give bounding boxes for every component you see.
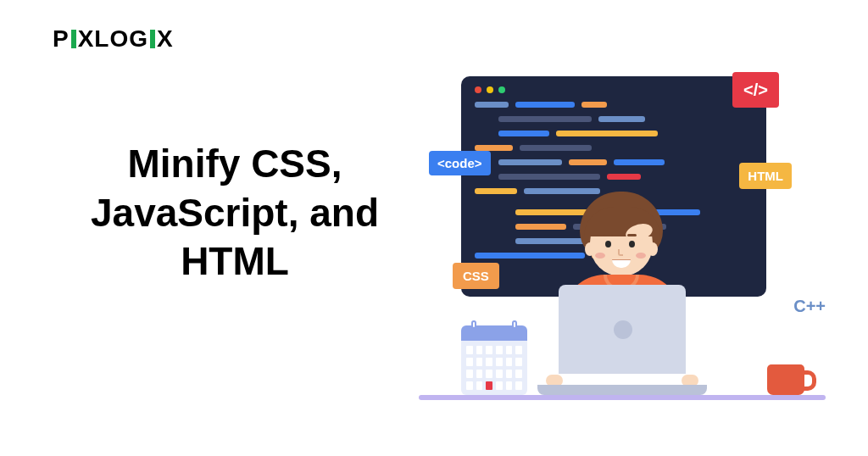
window-close-dot (475, 86, 481, 93)
editor-titlebar (475, 86, 753, 93)
cpp-tag-label: C++ (793, 297, 826, 316)
window-min-dot (487, 86, 493, 93)
person-eye (629, 241, 635, 247)
calendar-marked-day (486, 381, 492, 390)
window-max-dot (498, 86, 505, 93)
code-line (475, 102, 753, 108)
code-line (475, 116, 753, 122)
person-blush (595, 253, 605, 259)
laptop-screen (559, 285, 686, 374)
code-line (475, 145, 753, 151)
calendar-header (461, 325, 527, 341)
logo-i-mark-2 (150, 30, 155, 48)
person-brow (604, 234, 613, 236)
desk-surface (419, 395, 826, 400)
css-tag-label: CSS (453, 263, 499, 289)
code-line (475, 131, 753, 136)
laptop-base (537, 385, 707, 395)
logo-text-1: P (53, 25, 70, 53)
person-nose (618, 249, 623, 256)
calendar-icon (461, 325, 527, 395)
html-tag-label: HTML (739, 163, 792, 189)
calendar-ring (512, 320, 517, 329)
code-slash-tag: </> (732, 72, 779, 108)
logo-i-mark-1 (71, 30, 76, 48)
logo-text-2: XLOG (78, 25, 148, 53)
calendar-grid (461, 341, 527, 395)
laptop (537, 285, 707, 395)
coffee-mug-icon (767, 364, 804, 395)
calendar-ring (471, 320, 476, 329)
person-eye (605, 241, 611, 247)
logo-text-3: X (157, 25, 174, 53)
person-brow (627, 234, 637, 236)
code-tag-label: <code> (429, 151, 491, 175)
person-blush (636, 253, 646, 259)
code-line (475, 159, 753, 165)
headline-text: Minify CSS, JavaScript, and HTML (53, 140, 417, 286)
brand-logo: P XLOG X (53, 25, 174, 53)
laptop-logo-icon (614, 320, 632, 339)
developer-illustration: </> <code> HTML CSS C++ (427, 59, 817, 407)
